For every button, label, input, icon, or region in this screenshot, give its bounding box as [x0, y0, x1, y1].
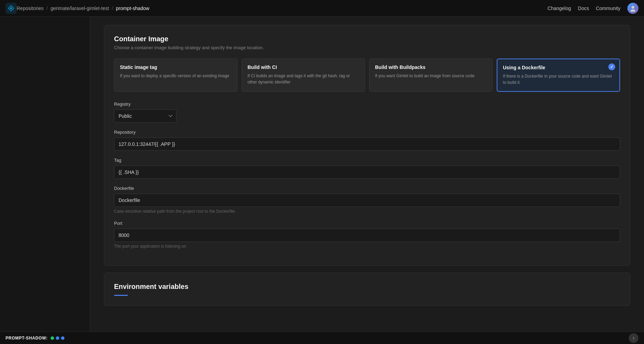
logo-icon[interactable]: [6, 3, 17, 14]
status-dots: [51, 336, 64, 340]
env-underline: [114, 295, 128, 296]
tag-input[interactable]: [114, 166, 620, 179]
svg-point-2: [632, 6, 634, 9]
strategy-grid: Static image tag If you want to deploy a…: [114, 59, 620, 92]
status-dot-1: [51, 336, 54, 340]
strategy-static-title: Static image tag: [120, 64, 232, 70]
status-label: PROMPT-SHADOW:: [6, 336, 48, 341]
avatar[interactable]: [627, 3, 638, 14]
statusbar-right: ↑: [629, 333, 638, 343]
port-input[interactable]: [114, 229, 620, 242]
dockerfile-input[interactable]: [114, 194, 620, 207]
dockerfile-label: Dockerfile: [114, 186, 620, 191]
port-hint: The port your application is listening o…: [114, 244, 620, 249]
port-label: Port: [114, 221, 620, 226]
port-field: Port The port your application is listen…: [114, 221, 620, 249]
status-dot-3: [61, 336, 64, 340]
strategy-buildpacks-desc: If you want Gimlet to build an image fro…: [375, 73, 487, 79]
strategy-static-desc: If you want to deploy a specific version…: [120, 73, 232, 79]
strategy-buildpacks[interactable]: Build with Buildpacks If you want Gimlet…: [369, 59, 493, 92]
statusbar: PROMPT-SHADOW: ↑: [0, 332, 644, 344]
svg-point-1: [10, 8, 12, 9]
container-image-title: Container Image: [114, 35, 620, 43]
registry-label: Registry: [114, 102, 620, 107]
registry-field: Registry Public Private ECR GCR: [114, 102, 620, 123]
strategy-dockerfile-desc: If there is a Dockerfile in your source …: [503, 73, 614, 86]
upload-button[interactable]: ↑: [629, 333, 638, 343]
env-title: Environment variables: [114, 283, 620, 291]
container-image-subtitle: Choose a container image building strate…: [114, 45, 620, 50]
repository-field: Repository: [114, 130, 620, 151]
strategy-build-ci[interactable]: Build with CI If CI builds an image and …: [242, 59, 365, 92]
env-variables-card: Environment variables: [104, 273, 630, 306]
topnav-right: Changelog Docs Community: [548, 3, 638, 14]
svg-point-3: [630, 9, 635, 12]
status-dot-2: [56, 336, 59, 340]
strategy-build-ci-desc: If CI builds an image and tags it with t…: [247, 73, 359, 85]
registry-select[interactable]: Public Private ECR GCR: [114, 109, 176, 123]
breadcrumb-repositories[interactable]: Repositories: [17, 6, 44, 11]
dockerfile-field: Dockerfile Case-sensitive relative path …: [114, 186, 620, 214]
topnav: Repositories / gerimate/laravel-gimlet-t…: [0, 0, 644, 17]
repository-input[interactable]: [114, 138, 620, 151]
strategy-dockerfile-title: Using a Dockerfile: [503, 65, 614, 70]
strategy-buildpacks-title: Build with Buildpacks: [375, 64, 487, 70]
breadcrumb-sep2: /: [112, 6, 113, 11]
breadcrumb-repo[interactable]: gerimate/laravel-gimlet-test: [51, 6, 109, 11]
changelog-link[interactable]: Changelog: [548, 6, 571, 11]
sidebar: [0, 17, 90, 344]
tag-label: Tag: [114, 158, 620, 163]
breadcrumb: Repositories / gerimate/laravel-gimlet-t…: [17, 6, 149, 11]
container-image-card: Container Image Choose a container image…: [104, 25, 630, 266]
breadcrumb-current: prompt-shadow: [116, 6, 149, 11]
breadcrumb-sep1: /: [46, 6, 48, 11]
docs-link[interactable]: Docs: [578, 6, 589, 11]
repository-label: Repository: [114, 130, 620, 135]
strategy-dockerfile[interactable]: Using a Dockerfile If there is a Dockerf…: [497, 59, 620, 92]
statusbar-left: PROMPT-SHADOW:: [6, 336, 64, 341]
layout: Container Image Choose a container image…: [0, 17, 644, 344]
strategy-static[interactable]: Static image tag If you want to deploy a…: [114, 59, 237, 92]
main-content: Container Image Choose a container image…: [90, 17, 644, 344]
dockerfile-hint: Case-sensitive relative path from the pr…: [114, 209, 620, 214]
strategy-build-ci-title: Build with CI: [247, 64, 359, 70]
tag-field: Tag: [114, 158, 620, 179]
strategy-check-icon: [608, 63, 615, 70]
community-link[interactable]: Community: [596, 6, 620, 11]
